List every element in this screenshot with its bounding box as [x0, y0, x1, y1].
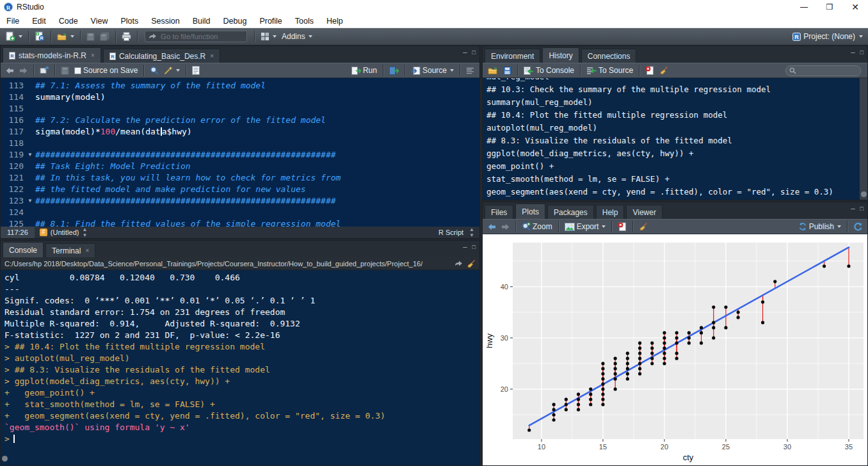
load-history-button[interactable] [485, 65, 501, 76]
editor-back-button[interactable] [3, 66, 17, 76]
close-tab-icon[interactable]: × [85, 247, 89, 254]
workspace-panes-button[interactable] [258, 31, 279, 42]
maximize-pane-icon[interactable]: □ [472, 50, 476, 56]
menu-build[interactable]: Build [186, 15, 217, 27]
document-outline-selector[interactable]: (Untitled) [51, 229, 79, 236]
history-entry[interactable]: ## 10.4: Plot the fitted multiple regres… [486, 109, 860, 122]
plots-pane-buttons: ─ □ [851, 206, 864, 212]
publish-button[interactable]: Publish [796, 221, 844, 232]
tab-packages[interactable]: Packages [547, 205, 594, 219]
editor-forward-button[interactable] [17, 66, 30, 76]
find-replace-button[interactable] [147, 65, 161, 76]
tab-plots[interactable]: Plots [515, 204, 545, 219]
minimize-pane-icon[interactable]: ─ [463, 50, 467, 56]
maximize-pane-icon[interactable]: □ [472, 245, 476, 250]
history-entry[interactable]: ggplot(model_diag_metrics, aes(cty, hwy)… [486, 147, 860, 160]
history-entry[interactable]: mul_reg_model [486, 78, 860, 83]
menu-view[interactable]: View [84, 15, 115, 27]
tab-console[interactable]: Console [3, 242, 44, 257]
minimize-pane-icon[interactable]: ─ [851, 206, 855, 212]
minimize-pane-icon[interactable]: ─ [851, 50, 855, 56]
tab-stats-models-in-r-r[interactable]: Rstats-models-in-R.R× [3, 47, 101, 63]
history-entry[interactable]: ## 10.3: Check the summary of the multip… [486, 83, 860, 96]
refresh-plot-button[interactable] [851, 221, 865, 232]
print-button[interactable] [119, 31, 134, 42]
compile-report-button[interactable] [189, 65, 202, 76]
source-on-save-checkbox[interactable]: Source on Save [72, 65, 140, 76]
menu-plots[interactable]: Plots [114, 15, 145, 27]
to-console-button[interactable]: To Console [521, 65, 577, 76]
menu-debug[interactable]: Debug [217, 15, 253, 27]
close-tab-icon[interactable]: × [210, 52, 214, 60]
file-type-selector[interactable]: R Script [438, 229, 463, 236]
goto-directory-icon[interactable] [454, 259, 463, 268]
history-entry[interactable]: stat_smooth(method = lm, se = FALSE) + [486, 173, 860, 186]
zoom-plot-button[interactable]: Zoom [519, 221, 555, 232]
tab-history[interactable]: History [542, 47, 579, 63]
next-plot-button[interactable] [499, 222, 512, 232]
tab-calculating-basic-des-r[interactable]: RCalculating_Basic_Des.R× [103, 49, 220, 63]
history-entry[interactable]: geom_point() + [486, 160, 860, 173]
export-plot-button[interactable]: Export [562, 221, 609, 232]
maximize-pane-icon[interactable]: □ [860, 206, 864, 212]
previous-plot-button[interactable] [485, 222, 499, 232]
console-scrollbar-thumb[interactable] [2, 456, 8, 462]
remove-entry-button[interactable] [643, 65, 657, 76]
tab-viewer[interactable]: Viewer [626, 205, 662, 219]
maximize-pane-icon[interactable]: □ [860, 50, 864, 56]
tab-terminal[interactable]: Terminal× [45, 243, 95, 257]
show-in-new-window-button[interactable] [37, 65, 51, 76]
tab-connections[interactable]: Connections [581, 49, 637, 63]
rerun-button[interactable] [387, 65, 401, 76]
project-selector[interactable]: R Project: (None) [792, 32, 863, 41]
minimize-window-button[interactable]: — [791, 0, 817, 14]
goto-file-input[interactable] [159, 32, 236, 41]
history-entry[interactable]: geom_segment(aes(xend = cty, yend = .fit… [486, 186, 860, 198]
tab-files[interactable]: Files [485, 205, 513, 219]
close-window-button[interactable]: ✕ [842, 0, 868, 14]
new-file-button[interactable] [3, 30, 25, 43]
console-output[interactable]: cyl 0.08784 0.12040 0.730 0.466---Signif… [1, 271, 479, 465]
menu-help[interactable]: Help [320, 15, 350, 27]
history-search-input[interactable] [796, 66, 854, 75]
fold-arrow-icon[interactable]: ▼ [26, 149, 34, 161]
console-line: Multiple R-squared: 0.914, Adjusted R-sq… [4, 318, 479, 330]
save-history-button[interactable] [501, 65, 514, 76]
history-entry[interactable]: autoplot(mul_reg_model) [486, 122, 860, 134]
addins-button[interactable]: Addins [279, 31, 315, 42]
menu-file[interactable]: File [0, 15, 26, 27]
source-button[interactable]: Source [408, 65, 456, 76]
menu-profile[interactable]: Profile [253, 15, 288, 27]
tab-help[interactable]: Help [596, 205, 625, 219]
history-entry[interactable]: ## 8.3: Visualize the residuals of the f… [486, 134, 860, 147]
save-all-button[interactable] [97, 31, 112, 42]
remove-plot-button[interactable] [615, 221, 629, 232]
restore-window-button[interactable]: ❐ [817, 0, 842, 14]
history-scrollbar-thumb[interactable] [861, 191, 867, 197]
history-list[interactable]: mul_reg_model## 10.3: Check the summary … [483, 78, 860, 200]
fold-arrow-icon[interactable]: ▼ [26, 195, 34, 207]
clear-history-button[interactable] [657, 65, 671, 76]
tab-environment[interactable]: Environment [485, 49, 540, 63]
editor-pane-buttons: ─ □ [463, 50, 476, 56]
menu-edit[interactable]: Edit [26, 15, 52, 27]
to-source-button[interactable]: To Source [584, 65, 636, 76]
editor-save-button[interactable] [58, 65, 72, 76]
new-project-button[interactable]: R [32, 30, 47, 43]
code-text: ## the fitted model and make prediction … [34, 184, 306, 195]
close-tab-icon[interactable]: × [91, 52, 95, 59]
code-tools-button[interactable] [161, 65, 182, 76]
code-editor[interactable]: 113## 7.1: Assess the summary of the fit… [1, 78, 479, 227]
menu-session[interactable]: Session [145, 15, 186, 27]
clear-console-icon[interactable] [467, 259, 476, 268]
document-outline-button[interactable] [463, 66, 477, 76]
menu-tools[interactable]: Tools [289, 15, 320, 27]
run-button[interactable]: Run [349, 65, 380, 76]
history-entry[interactable]: summary(mul_reg_model) [486, 96, 860, 109]
menu-code[interactable]: Code [52, 15, 84, 27]
save-button[interactable] [84, 31, 97, 42]
open-file-button[interactable] [54, 31, 77, 42]
clear-plots-button[interactable] [636, 221, 650, 232]
minimize-pane-icon[interactable]: ─ [463, 245, 467, 250]
history-scrollbar[interactable] [860, 78, 867, 200]
